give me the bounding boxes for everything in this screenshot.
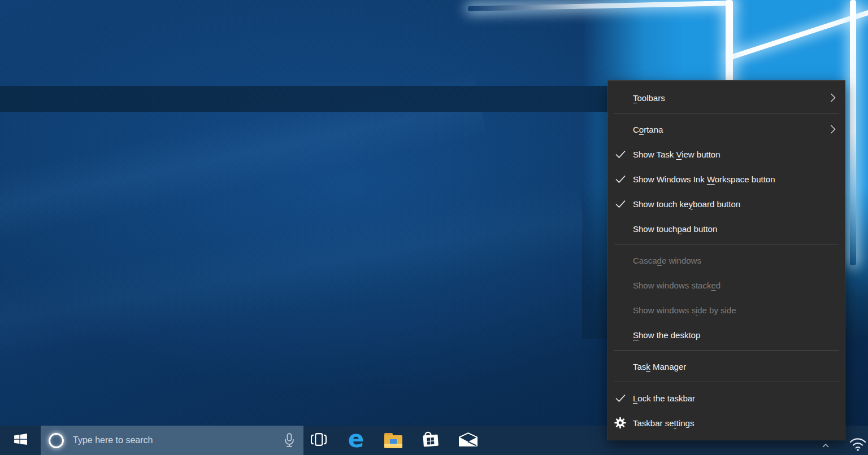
menu-item-label: Show Windows Ink Workspace button <box>633 174 775 184</box>
menu-item-cascade-windows: Cascade windows <box>608 248 845 273</box>
menu-item-label: Cascade windows <box>633 256 701 265</box>
menu-item-label: Lock the taskbar <box>633 393 695 403</box>
light-beam-vertical <box>850 0 856 265</box>
menu-item-label: Show touchpad button <box>633 224 717 234</box>
label-post: ad button <box>682 224 718 234</box>
hidden-icons-button[interactable] <box>821 441 831 450</box>
menu-item-show-task-view[interactable]: Show Task View button <box>608 142 845 167</box>
label-accel: W <box>707 174 715 184</box>
label-post: oolbars <box>637 93 665 103</box>
menu-item-show-windows-stacked: Show windows stacked <box>608 273 845 298</box>
label-post: Manager <box>650 362 686 371</box>
label-post: d <box>716 281 721 290</box>
folder-icon <box>384 433 402 448</box>
label-accel: T <box>633 93 637 103</box>
search-box[interactable] <box>41 426 303 455</box>
menu-separator <box>614 382 839 382</box>
label-pre: Tas <box>633 362 646 371</box>
label-pre: Show touch ke <box>633 199 688 209</box>
label-post: ock the taskbar <box>637 393 695 403</box>
label-pre: Show touch <box>633 224 677 234</box>
taskbar-context-menu: Toolbars Cortana Show Task View button S… <box>607 80 845 440</box>
label-pre: Show windows stack <box>633 281 711 290</box>
label-post: tings <box>676 418 695 428</box>
menu-item-taskbar-settings[interactable]: Taskbar settings <box>608 410 845 435</box>
checkmark-icon <box>615 393 626 403</box>
label-post: orkspace button <box>715 174 775 184</box>
start-button[interactable] <box>6 426 35 455</box>
wifi-icon <box>848 444 868 452</box>
menu-item-label: Show windows stacked <box>633 281 721 290</box>
menu-item-label: Cortana <box>633 125 663 134</box>
menu-separator <box>614 244 839 244</box>
checkmark-icon <box>615 199 626 208</box>
label-post: rtana <box>644 125 663 134</box>
search-input[interactable] <box>72 435 280 446</box>
label-accel: S <box>633 330 639 340</box>
checkmark-icon <box>615 150 626 159</box>
menu-separator <box>614 350 839 351</box>
label-accel: k <box>646 362 650 371</box>
label-pre: Casca <box>633 256 657 265</box>
taskbar-app-store[interactable] <box>418 426 443 455</box>
screen: e <box>0 0 868 455</box>
label-pre: Show windows s <box>633 305 696 315</box>
label-accel: V <box>676 150 682 159</box>
menu-item-label: Toolbars <box>633 93 665 103</box>
menu-item-label: Show touch keyboard button <box>633 199 740 209</box>
menu-separator <box>614 113 839 113</box>
menu-item-show-windows-side-by-side: Show windows side by side <box>608 298 845 322</box>
menu-item-label: Show windows side by side <box>633 305 736 315</box>
chevron-up-icon <box>822 440 830 450</box>
label-pre: C <box>633 125 639 134</box>
label-pre: Taskbar se <box>633 418 674 428</box>
label-accel: e <box>711 281 715 290</box>
network-tray-button[interactable] <box>848 435 868 452</box>
label-post: board button <box>693 199 740 209</box>
submenu-arrow-icon <box>830 93 836 103</box>
task-view-icon <box>310 432 328 449</box>
label-pre: Show Windows Ink <box>633 174 707 184</box>
menu-item-cortana[interactable]: Cortana <box>608 117 845 142</box>
gear-icon <box>614 417 626 429</box>
label-post: iew button <box>682 150 720 159</box>
menu-item-show-touchpad[interactable]: Show touchpad button <box>608 216 845 241</box>
menu-item-label: Taskbar settings <box>633 418 694 428</box>
menu-item-show-touch-keyboard[interactable]: Show touch keyboard button <box>608 191 845 216</box>
menu-item-show-windows-ink-workspace[interactable]: Show Windows Ink Workspace button <box>608 167 845 191</box>
menu-item-lock-the-taskbar[interactable]: Lock the taskbar <box>608 386 845 410</box>
label-accel: d <box>657 256 662 265</box>
taskbar-app-task-view[interactable] <box>306 426 331 455</box>
menu-item-toolbars[interactable]: Toolbars <box>608 85 845 110</box>
submenu-arrow-icon <box>830 125 836 134</box>
microphone-icon[interactable] <box>283 432 296 449</box>
label-accel: y <box>688 199 693 209</box>
menu-item-task-manager[interactable]: Task Manager <box>608 354 845 379</box>
cortana-circle-icon[interactable] <box>49 433 64 448</box>
checkmark-icon <box>615 174 626 183</box>
store-bag-icon <box>422 430 440 450</box>
label-pre: Show Task <box>633 150 676 159</box>
label-accel: o <box>639 125 644 134</box>
windows-logo-icon <box>13 432 28 449</box>
label-post: de by side <box>697 305 736 315</box>
label-accel: p <box>677 224 682 234</box>
label-post: e windows <box>662 256 701 265</box>
menu-item-label: Show Task View button <box>633 150 721 159</box>
edge-e-icon: e <box>348 428 364 450</box>
menu-item-show-the-desktop[interactable]: Show the desktop <box>608 322 845 347</box>
mail-envelope-icon <box>458 432 478 449</box>
menu-item-label: Show the desktop <box>633 330 700 340</box>
taskbar-app-file-explorer[interactable] <box>381 426 406 455</box>
taskbar-app-edge[interactable]: e <box>344 426 368 455</box>
menu-item-label: Task Manager <box>633 362 686 371</box>
taskbar-app-mail[interactable] <box>455 426 480 455</box>
label-post: how the desktop <box>639 330 700 340</box>
